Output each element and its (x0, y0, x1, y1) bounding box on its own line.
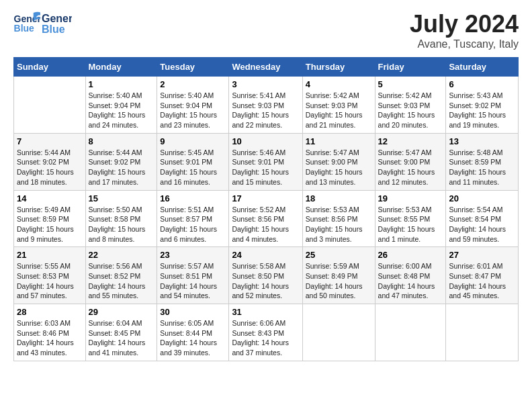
table-row: 13 Sunrise: 5:48 AM Sunset: 8:59 PM Dayl… (446, 133, 519, 190)
table-row: 3 Sunrise: 5:41 AM Sunset: 9:03 PM Dayli… (229, 77, 302, 134)
calendar-header-row: Sunday Monday Tuesday Wednesday Thursday… (14, 58, 519, 77)
day-number: 23 (160, 250, 226, 260)
day-number: 21 (17, 250, 83, 260)
day-info: Sunrise: 5:47 AM Sunset: 9:00 PM Dayligh… (306, 148, 372, 187)
sunrise-time: Sunrise: 5:42 AM (378, 91, 432, 99)
calendar-body: 1 Sunrise: 5:40 AM Sunset: 9:04 PM Dayli… (14, 77, 519, 361)
sunset-time: Sunset: 8:59 PM (17, 215, 69, 223)
sunrise-time: Sunrise: 5:53 AM (306, 205, 359, 214)
day-info: Sunrise: 5:51 AM Sunset: 8:57 PM Dayligh… (160, 205, 226, 244)
sunset-time: Sunset: 8:50 PM (232, 272, 284, 280)
sunrise-time: Sunrise: 6:06 AM (232, 319, 285, 327)
day-number: 24 (232, 250, 299, 260)
day-number: 1 (89, 79, 154, 89)
calendar-week-row: 14 Sunrise: 5:49 AM Sunset: 8:59 PM Dayl… (14, 190, 519, 247)
location: Avane, Tuscany, Italy (410, 38, 519, 50)
header-tuesday: Tuesday (157, 58, 229, 77)
sunset-time: Sunset: 8:54 PM (449, 215, 501, 223)
sunset-time: Sunset: 8:52 PM (89, 272, 141, 280)
table-row: 19 Sunrise: 5:53 AM Sunset: 8:55 PM Dayl… (375, 190, 446, 247)
table-row: 5 Sunrise: 5:42 AM Sunset: 9:03 PM Dayli… (375, 77, 446, 134)
table-row: 9 Sunrise: 5:45 AM Sunset: 9:01 PM Dayli… (157, 133, 229, 190)
daylight-hours: Daylight: 14 hours and 43 minutes. (17, 338, 74, 357)
day-info: Sunrise: 5:52 AM Sunset: 8:56 PM Dayligh… (232, 205, 299, 244)
day-number: 6 (449, 79, 515, 89)
day-info: Sunrise: 5:44 AM Sunset: 9:02 PM Dayligh… (17, 148, 83, 187)
daylight-hours: Daylight: 15 hours and 24 minutes. (89, 111, 146, 129)
sunset-time: Sunset: 9:00 PM (306, 158, 358, 166)
day-info: Sunrise: 5:41 AM Sunset: 9:03 PM Dayligh… (232, 91, 299, 130)
day-info: Sunrise: 5:59 AM Sunset: 8:49 PM Dayligh… (306, 261, 372, 301)
month-title: July 2024 (410, 10, 519, 38)
sunrise-time: Sunrise: 5:40 AM (160, 91, 214, 99)
sunset-time: Sunset: 8:58 PM (89, 215, 141, 223)
sunset-time: Sunset: 9:03 PM (378, 101, 431, 109)
sunrise-time: Sunrise: 5:42 AM (306, 91, 359, 99)
sunrise-time: Sunrise: 6:00 AM (378, 262, 432, 270)
day-number: 22 (89, 250, 154, 260)
sunset-time: Sunset: 9:01 PM (232, 158, 284, 166)
sunrise-time: Sunrise: 6:01 AM (449, 262, 502, 270)
day-info: Sunrise: 5:46 AM Sunset: 9:01 PM Dayligh… (232, 148, 299, 187)
day-number: 20 (449, 193, 515, 203)
daylight-hours: Daylight: 15 hours and 4 minutes. (232, 225, 289, 243)
table-row: 6 Sunrise: 5:43 AM Sunset: 9:02 PM Dayli… (446, 77, 519, 134)
sunrise-time: Sunrise: 5:58 AM (232, 262, 285, 270)
sunset-time: Sunset: 8:56 PM (232, 215, 284, 223)
table-row (375, 304, 446, 361)
sunset-time: Sunset: 8:44 PM (160, 329, 212, 337)
day-info: Sunrise: 5:44 AM Sunset: 9:02 PM Dayligh… (89, 148, 154, 187)
sunrise-time: Sunrise: 5:47 AM (306, 148, 359, 156)
day-number: 5 (378, 79, 443, 89)
day-info: Sunrise: 6:05 AM Sunset: 8:44 PM Dayligh… (160, 318, 226, 358)
day-info: Sunrise: 5:40 AM Sunset: 9:04 PM Dayligh… (89, 91, 154, 130)
day-number: 17 (232, 193, 299, 203)
day-info: Sunrise: 5:48 AM Sunset: 8:59 PM Dayligh… (449, 148, 515, 187)
sunset-time: Sunset: 9:00 PM (378, 158, 431, 166)
day-info: Sunrise: 5:40 AM Sunset: 9:04 PM Dayligh… (160, 91, 226, 130)
day-info: Sunrise: 5:55 AM Sunset: 8:53 PM Dayligh… (17, 261, 83, 301)
sunset-time: Sunset: 9:02 PM (17, 158, 69, 166)
sunrise-time: Sunrise: 5:54 AM (449, 205, 502, 214)
header-monday: Monday (85, 58, 157, 77)
daylight-hours: Daylight: 15 hours and 19 minutes. (449, 111, 506, 129)
table-row (302, 304, 375, 361)
daylight-hours: Daylight: 15 hours and 21 minutes. (306, 111, 363, 129)
day-info: Sunrise: 5:43 AM Sunset: 9:02 PM Dayligh… (449, 91, 515, 130)
daylight-hours: Daylight: 14 hours and 39 minutes. (160, 338, 217, 357)
daylight-hours: Daylight: 15 hours and 1 minute. (378, 225, 435, 243)
sunrise-time: Sunrise: 5:50 AM (89, 205, 142, 214)
calendar-week-row: 7 Sunrise: 5:44 AM Sunset: 9:02 PM Dayli… (14, 133, 519, 190)
table-row: 11 Sunrise: 5:47 AM Sunset: 9:00 PM Dayl… (302, 133, 375, 190)
sunset-time: Sunset: 9:04 PM (160, 101, 212, 109)
sunset-time: Sunset: 9:03 PM (306, 101, 358, 109)
day-number: 31 (232, 307, 299, 317)
daylight-hours: Daylight: 15 hours and 16 minutes. (160, 168, 217, 186)
day-info: Sunrise: 5:45 AM Sunset: 9:01 PM Dayligh… (160, 148, 226, 187)
day-number: 9 (160, 136, 226, 146)
sunset-time: Sunset: 8:46 PM (17, 329, 69, 337)
day-info: Sunrise: 5:50 AM Sunset: 8:58 PM Dayligh… (89, 205, 154, 244)
table-row: 16 Sunrise: 5:51 AM Sunset: 8:57 PM Dayl… (157, 190, 229, 247)
table-row: 18 Sunrise: 5:53 AM Sunset: 8:56 PM Dayl… (302, 190, 375, 247)
sunset-time: Sunset: 8:55 PM (378, 215, 431, 223)
table-row: 1 Sunrise: 5:40 AM Sunset: 9:04 PM Dayli… (85, 77, 157, 134)
table-row: 4 Sunrise: 5:42 AM Sunset: 9:03 PM Dayli… (302, 77, 375, 134)
daylight-hours: Daylight: 14 hours and 45 minutes. (449, 282, 506, 300)
table-row (446, 304, 519, 361)
daylight-hours: Daylight: 14 hours and 47 minutes. (378, 282, 435, 300)
sunrise-time: Sunrise: 5:46 AM (232, 148, 285, 156)
sunrise-time: Sunrise: 5:48 AM (449, 148, 502, 156)
header-wednesday: Wednesday (229, 58, 302, 77)
sunset-time: Sunset: 8:53 PM (17, 272, 69, 280)
daylight-hours: Daylight: 15 hours and 6 minutes. (160, 225, 217, 243)
daylight-hours: Daylight: 15 hours and 8 minutes. (89, 225, 146, 243)
sunset-time: Sunset: 9:03 PM (232, 101, 284, 109)
sunset-time: Sunset: 8:51 PM (160, 272, 212, 280)
day-info: Sunrise: 5:42 AM Sunset: 9:03 PM Dayligh… (378, 91, 443, 130)
day-number: 30 (160, 307, 226, 317)
sunrise-time: Sunrise: 5:44 AM (89, 148, 142, 156)
daylight-hours: Daylight: 14 hours and 54 minutes. (160, 282, 217, 300)
table-row: 22 Sunrise: 5:56 AM Sunset: 8:52 PM Dayl… (85, 247, 157, 304)
daylight-hours: Daylight: 15 hours and 20 minutes. (378, 111, 435, 129)
